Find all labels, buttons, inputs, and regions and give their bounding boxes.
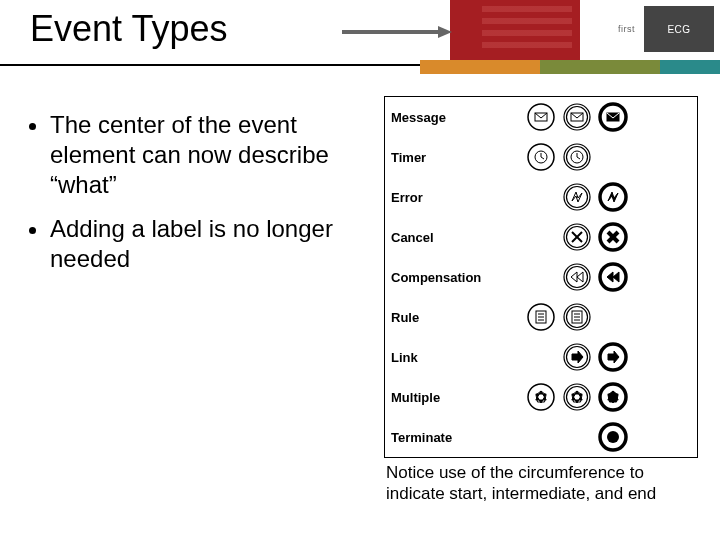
bullet-item: Adding a label is no longer needed <box>50 214 358 274</box>
error-intermediate-icon <box>562 182 592 212</box>
table-row: Timer <box>385 137 697 177</box>
event-type-icons <box>517 217 697 257</box>
event-type-label: Cancel <box>385 217 517 257</box>
caption-text: Notice use of the circumference to indic… <box>386 462 698 505</box>
multiple-start-icon <box>526 382 556 412</box>
table-row: Cancel <box>385 217 697 257</box>
event-type-icons <box>517 97 697 137</box>
envelope-end-icon <box>598 102 628 132</box>
event-type-icons <box>517 337 697 377</box>
svg-point-44 <box>607 431 619 443</box>
terminate-end-icon <box>598 422 628 452</box>
link-end-icon <box>598 342 628 372</box>
multiple-intermediate-icon <box>562 382 592 412</box>
header-graphic: ECG <box>460 0 720 80</box>
rule-start-icon <box>526 302 556 332</box>
error-end-icon <box>598 182 628 212</box>
table-row: Compensation <box>385 257 697 297</box>
event-type-icons <box>517 417 697 457</box>
svg-point-41 <box>567 387 588 408</box>
clock-intermediate-icon <box>562 142 592 172</box>
compensation-intermediate-icon <box>562 262 592 292</box>
event-type-icons <box>517 137 697 177</box>
event-types-table: MessageTimerErrorCancelCompensationRuleL… <box>384 96 698 458</box>
event-type-label: Message <box>385 97 517 137</box>
bullet-item: The center of the event element can now … <box>50 110 358 200</box>
svg-point-13 <box>567 187 588 208</box>
cancel-intermediate-icon <box>562 222 592 252</box>
event-type-label: Link <box>385 337 517 377</box>
header-bar-olive <box>540 60 660 74</box>
table-row: Terminate <box>385 417 697 457</box>
multiple-end-icon <box>598 382 628 412</box>
event-type-icons <box>517 377 697 417</box>
event-type-label: Terminate <box>385 417 517 457</box>
envelope-start-icon <box>526 102 556 132</box>
event-type-label: Error <box>385 177 517 217</box>
svg-point-2 <box>564 104 590 130</box>
event-type-icons <box>517 257 697 297</box>
svg-point-3 <box>567 107 588 128</box>
header-red-block <box>450 0 580 60</box>
link-intermediate-icon <box>562 342 592 372</box>
event-type-label: Rule <box>385 297 517 337</box>
event-type-icons <box>517 177 697 217</box>
svg-point-40 <box>564 384 590 410</box>
table-row: Link <box>385 337 697 377</box>
arrow-icon <box>342 26 452 38</box>
table-row: Error <box>385 177 697 217</box>
event-type-label: Timer <box>385 137 517 177</box>
table-row: Multiple <box>385 377 697 417</box>
logo-icon: ECG <box>644 6 714 52</box>
compensation-end-icon <box>598 262 628 292</box>
header-bar-orange <box>420 60 540 74</box>
svg-point-39 <box>528 384 554 410</box>
event-type-label: Multiple <box>385 377 517 417</box>
table-row: Rule <box>385 297 697 337</box>
envelope-intermediate-icon <box>562 102 592 132</box>
clock-start-icon <box>526 142 556 172</box>
svg-point-0 <box>528 104 554 130</box>
table-row: Message <box>385 97 697 137</box>
bullet-list: The center of the event element can now … <box>28 110 358 288</box>
cancel-end-icon <box>598 222 628 252</box>
event-type-icons <box>517 297 697 337</box>
header-bar-teal <box>660 60 720 74</box>
slide-title: Event Types <box>30 8 227 50</box>
svg-point-12 <box>564 184 590 210</box>
rule-intermediate-icon <box>562 302 592 332</box>
event-type-label: Compensation <box>385 257 517 297</box>
slide: Event Types ECG The center of the event … <box>0 0 720 540</box>
